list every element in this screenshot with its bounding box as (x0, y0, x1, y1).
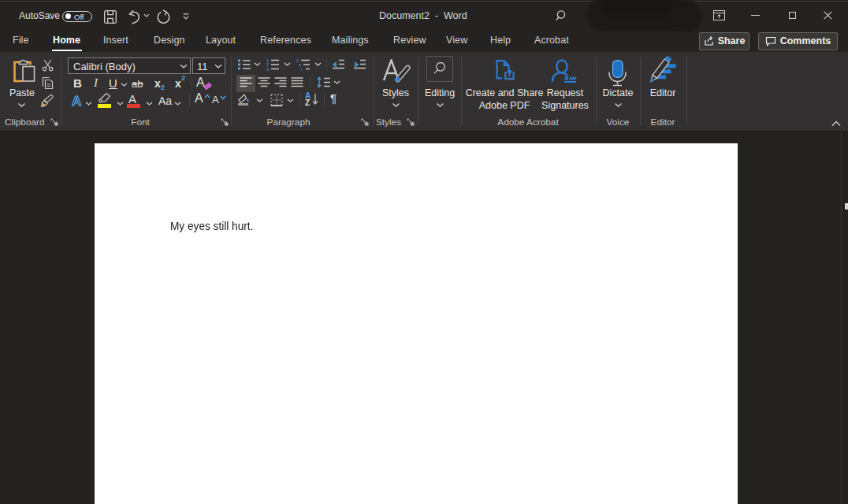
svg-text:3: 3 (266, 67, 269, 72)
svg-text:i: i (301, 67, 302, 72)
